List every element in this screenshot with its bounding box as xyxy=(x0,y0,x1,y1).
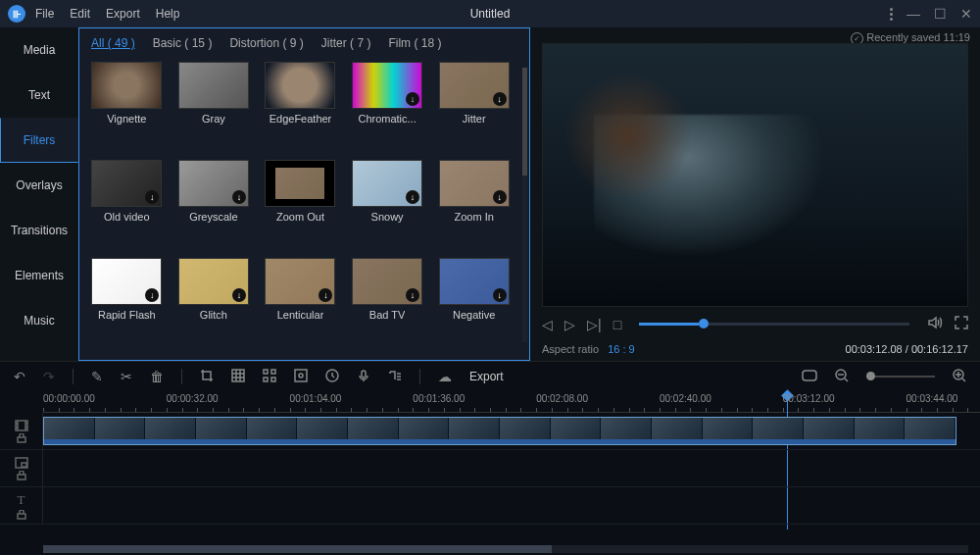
lock-icon[interactable] xyxy=(17,510,26,520)
redo-icon[interactable]: ↷ xyxy=(43,369,55,384)
filter-thumbnail[interactable] xyxy=(265,160,335,207)
zoom-in-icon[interactable] xyxy=(953,369,966,385)
sidebar-item-transitions[interactable]: Transitions xyxy=(0,208,78,253)
filter-thumbnail[interactable]: ↓ xyxy=(178,258,249,305)
maximize-icon[interactable]: ☐ xyxy=(934,6,947,22)
video-track-head[interactable] xyxy=(0,413,43,449)
fullscreen-icon[interactable] xyxy=(955,316,968,332)
download-icon[interactable]: ↓ xyxy=(493,190,507,204)
preview-seekbar[interactable] xyxy=(639,323,909,326)
download-icon[interactable]: ↓ xyxy=(406,92,419,106)
download-icon[interactable]: ↓ xyxy=(493,92,507,106)
download-icon[interactable]: ↓ xyxy=(493,288,507,302)
sidebar-item-music[interactable]: Music xyxy=(0,298,78,343)
menu-help[interactable]: Help xyxy=(156,7,180,21)
filter-cat-basic[interactable]: Basic ( 15 ) xyxy=(153,36,213,50)
download-icon[interactable]: ↓ xyxy=(232,288,246,302)
text-track-head[interactable]: T xyxy=(0,487,43,524)
menu-file[interactable]: File xyxy=(35,7,54,21)
filter-thumbnail[interactable]: ↓ xyxy=(178,160,249,207)
sidebar-item-media[interactable]: Media xyxy=(0,27,78,73)
filter-thumbnail[interactable]: ↓ xyxy=(439,160,510,207)
filter-cat-distortion[interactable]: Distortion ( 9 ) xyxy=(229,36,303,50)
filter-item[interactable]: EdgeFeather xyxy=(265,62,336,150)
filter-item[interactable]: ↓Bad TV xyxy=(352,258,423,346)
lock-icon[interactable] xyxy=(17,433,26,443)
sidebar-item-filters[interactable]: Filters xyxy=(0,118,78,163)
text-track[interactable]: T xyxy=(0,487,980,525)
sidebar-item-elements[interactable]: Elements xyxy=(0,253,78,298)
filter-thumbnail[interactable]: ↓ xyxy=(352,160,422,207)
filter-thumbnail[interactable]: ↓ xyxy=(439,62,510,109)
filter-cat-jitter[interactable]: Jitter ( 7 ) xyxy=(321,36,371,50)
filter-item[interactable]: ↓Negative xyxy=(438,258,510,346)
edit-icon[interactable]: ✎ xyxy=(91,369,103,384)
filter-thumbnail[interactable]: ↓ xyxy=(91,258,162,305)
download-icon[interactable]: ↓ xyxy=(318,288,332,302)
play-icon[interactable]: ▷ xyxy=(564,317,575,332)
menu-export[interactable]: Export xyxy=(106,7,140,21)
filter-item[interactable]: ↓Old video xyxy=(91,160,163,248)
filter-item[interactable]: Zoom Out xyxy=(265,160,336,248)
filter-item[interactable]: ↓Snowy xyxy=(352,160,423,248)
export-icon[interactable]: ☁ xyxy=(438,369,452,384)
more-icon[interactable] xyxy=(890,6,893,22)
filter-item[interactable]: ↓Chromatic... xyxy=(352,62,423,150)
filter-cat-all[interactable]: All ( 49 ) xyxy=(91,36,135,50)
timeline-ruler[interactable]: 00:00:00.0000:00:32.0000:01:04.0000:01:3… xyxy=(43,391,980,413)
filter-item[interactable]: ↓Jitter xyxy=(438,62,510,150)
filter-item[interactable]: ↓Glitch xyxy=(178,258,250,346)
grid-icon[interactable] xyxy=(263,369,276,385)
undo-icon[interactable]: ↶ xyxy=(14,369,25,384)
video-track[interactable]: short•video.mp4 xyxy=(0,413,980,450)
crop-icon[interactable] xyxy=(200,369,214,385)
delete-icon[interactable]: 🗑 xyxy=(150,369,164,384)
stop-icon[interactable]: □ xyxy=(613,317,621,332)
filter-thumbnail[interactable] xyxy=(91,62,162,109)
zoom-out-icon[interactable] xyxy=(835,369,849,385)
filter-item[interactable]: Vignette xyxy=(91,62,163,150)
filter-thumbnail[interactable] xyxy=(265,62,335,109)
mosaic-icon[interactable] xyxy=(231,369,245,385)
sidebar-item-text[interactable]: Text xyxy=(0,73,78,118)
freeze-icon[interactable] xyxy=(294,369,308,385)
overlay-track-head[interactable] xyxy=(0,450,43,486)
download-icon[interactable]: ↓ xyxy=(232,190,246,204)
filter-item[interactable]: ↓Lenticular xyxy=(265,258,336,346)
close-icon[interactable]: ✕ xyxy=(960,6,972,22)
export-button[interactable]: Export xyxy=(469,370,504,383)
duration-icon[interactable] xyxy=(325,369,339,385)
prev-frame-icon[interactable]: ◁ xyxy=(542,317,553,332)
text-to-speech-icon[interactable] xyxy=(388,369,402,385)
filter-item[interactable]: Gray xyxy=(178,62,250,150)
filters-scrollbar[interactable] xyxy=(522,68,527,342)
filter-thumbnail[interactable] xyxy=(178,62,249,109)
filter-item[interactable]: ↓Zoom In xyxy=(438,160,510,248)
minimize-icon[interactable]: — xyxy=(906,6,920,22)
overlay-track[interactable] xyxy=(0,450,980,487)
download-icon[interactable]: ↓ xyxy=(145,190,159,204)
sidebar-item-overlays[interactable]: Overlays xyxy=(0,163,78,208)
download-icon[interactable]: ↓ xyxy=(406,190,419,204)
video-clip[interactable]: short•video.mp4 xyxy=(43,417,956,445)
cut-icon[interactable]: ✂ xyxy=(121,369,132,384)
timeline-scrollbar[interactable] xyxy=(43,545,968,553)
lock-icon[interactable] xyxy=(17,471,26,480)
preview-screen[interactable] xyxy=(542,43,968,307)
next-frame-icon[interactable]: ▷| xyxy=(587,317,602,332)
filter-thumbnail[interactable]: ↓ xyxy=(439,258,510,305)
filter-thumbnail[interactable]: ↓ xyxy=(352,62,422,109)
volume-icon[interactable] xyxy=(927,315,943,333)
download-icon[interactable]: ↓ xyxy=(145,288,159,302)
filter-cat-film[interactable]: Film ( 18 ) xyxy=(388,36,441,50)
filter-thumbnail[interactable]: ↓ xyxy=(91,160,162,207)
zoom-slider[interactable] xyxy=(866,376,935,378)
filter-thumbnail[interactable]: ↓ xyxy=(352,258,422,305)
download-icon[interactable]: ↓ xyxy=(406,288,419,302)
filter-thumbnail[interactable]: ↓ xyxy=(265,258,335,305)
fit-icon[interactable] xyxy=(802,369,817,384)
filter-item[interactable]: ↓Greyscale xyxy=(178,160,250,248)
menu-edit[interactable]: Edit xyxy=(70,7,90,21)
voiceover-icon[interactable] xyxy=(357,369,370,385)
filter-item[interactable]: ↓Rapid Flash xyxy=(91,258,163,346)
